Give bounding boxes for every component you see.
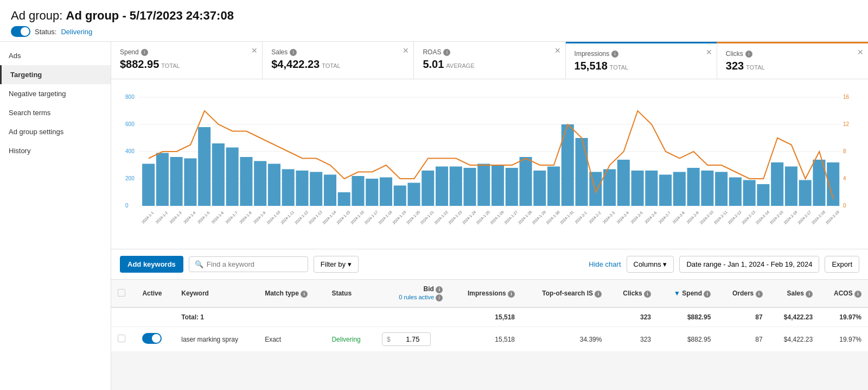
metric-spend-label: Spend i (120, 48, 253, 56)
chart-bar (156, 153, 169, 206)
row-checkbox[interactable] (118, 335, 125, 342)
sidebar-item-ad-group-settings[interactable]: Ad group settings (0, 122, 111, 141)
chart-x-label: 2024-1-6 (211, 211, 225, 224)
select-all-checkbox[interactable] (118, 289, 125, 297)
chart-bar (268, 164, 280, 206)
impressions-col-info-icon[interactable]: i (508, 291, 515, 298)
chart-x-label: 2024-2-4 (616, 211, 630, 224)
spend-info-icon[interactable]: i (141, 49, 148, 56)
roas-info-icon[interactable]: i (443, 49, 450, 56)
th-keyword: Keyword (175, 280, 258, 307)
td-spend: $882.95 (658, 327, 717, 352)
svg-text:12: 12 (843, 121, 850, 127)
bid-amount-input[interactable] (393, 335, 420, 343)
filter-by-button[interactable]: Filter by ▾ (314, 256, 359, 273)
table-header-row: Active Keyword Match type i Status Bid i… (111, 280, 868, 307)
metric-impressions-value: 15,518TOTAL (575, 60, 708, 72)
chart-x-label: 2024-1-1 (141, 211, 155, 224)
keyword-search-input[interactable] (207, 260, 302, 268)
metric-roas-label: ROAS i (423, 48, 556, 56)
impressions-info-icon[interactable]: i (611, 51, 618, 58)
columns-button[interactable]: Columns ▾ (627, 256, 674, 273)
td-total-active (136, 307, 175, 327)
acos-info-icon[interactable]: i (854, 291, 861, 298)
metric-spend-close[interactable]: ✕ (251, 46, 258, 55)
chart-bar (533, 171, 546, 206)
chart-bar (492, 165, 504, 206)
chart-bar (477, 164, 490, 206)
td-bid[interactable]: $ (375, 327, 449, 352)
toolbar: Add keywords 🔍 Filter by ▾ Hide chart Co… (111, 249, 868, 280)
keywords-table: Active Keyword Match type i Status Bid i… (111, 280, 868, 352)
sales-col-info-icon[interactable]: i (806, 291, 813, 298)
hide-chart-button[interactable]: Hide chart (589, 260, 621, 268)
td-checkbox (111, 327, 136, 352)
sidebar-item-ads[interactable]: Ads (0, 46, 111, 65)
chart-x-label: 2024-1-5 (197, 211, 210, 224)
td-total-keyword: Total: 1 (175, 307, 258, 327)
keyword-toggle[interactable] (142, 333, 162, 344)
sidebar-item-negative-targeting[interactable]: Negative targeting (0, 84, 111, 103)
chart-x-label: 2024-2-15 (769, 210, 784, 225)
metric-impressions-close[interactable]: ✕ (706, 48, 712, 56)
clicks-col-info-icon[interactable]: i (644, 291, 651, 298)
search-box[interactable]: 🔍 (189, 256, 308, 272)
metric-sales-close[interactable]: ✕ (403, 46, 409, 55)
chart-x-label: 2024-1-14 (322, 210, 337, 225)
chart-x-label: 2024-2-19 (825, 210, 840, 225)
top-search-info-icon[interactable]: i (595, 291, 602, 298)
td-top-search: 34.39% (521, 327, 608, 352)
chart-bar (296, 171, 308, 206)
status-value: Delivering (61, 28, 92, 36)
chart-x-label: 2024-1-4 (183, 211, 196, 224)
spend-col-info-icon[interactable]: i (704, 291, 711, 298)
rules-info-icon[interactable]: i (436, 294, 443, 301)
chart-x-label: 2024-1-28 (518, 210, 533, 225)
title-bold: Ad group - 5/17/2023 24:37:08 (66, 9, 234, 22)
chart-x-label: 2024-1-18 (378, 210, 393, 225)
clicks-info-icon[interactable]: i (745, 51, 752, 58)
chart-x-label: 2024-1-15 (336, 210, 351, 225)
orders-info-icon[interactable]: i (756, 291, 763, 298)
chart-bar (729, 178, 742, 206)
status-toggle[interactable] (11, 26, 30, 37)
metric-roas-close[interactable]: ✕ (554, 46, 561, 55)
bid-info-icon[interactable]: i (436, 286, 443, 293)
td-total-acos: 19.97% (819, 307, 868, 327)
td-active[interactable] (136, 327, 175, 352)
sidebar-item-history[interactable]: History (0, 141, 111, 160)
th-active: Active (136, 280, 175, 307)
chart-bar (394, 186, 406, 206)
add-keywords-button[interactable]: Add keywords (120, 256, 183, 273)
td-total-spend: $882.95 (658, 307, 717, 327)
metric-impressions-label: Impressions i (575, 50, 708, 58)
chart-bar (366, 179, 378, 206)
date-range-button[interactable]: Date range - Jan 1, 2024 - Feb 19, 2024 (679, 256, 819, 273)
sales-info-icon[interactable]: i (290, 49, 297, 56)
bid-input-container[interactable]: $ (382, 332, 431, 346)
chart-x-label: 2024-2-11 (713, 210, 728, 225)
chart-x-label: 2024-1-16 (350, 210, 365, 225)
match-type-info-icon[interactable]: i (301, 291, 308, 298)
chart-bar (673, 172, 686, 206)
chart-x-label: 2024-2-17 (797, 210, 812, 225)
chart-bar (324, 175, 336, 206)
td-acos: 19.97% (819, 327, 868, 352)
chart-x-label: 2024-2-1 (574, 211, 588, 224)
chart-x-label: 2024-1-22 (433, 210, 449, 225)
svg-text:16: 16 (843, 94, 850, 100)
td-total-clicks: 323 (608, 307, 658, 327)
table-total-row: Total: 1 15,518 323 $882.95 87 $4,422.23… (111, 307, 868, 327)
chart-x-label: 2024-1-21 (420, 210, 435, 225)
sidebar-item-search-terms[interactable]: Search terms (0, 103, 111, 122)
th-spend: ▼ Spend i (658, 280, 717, 307)
chart-bar (436, 167, 448, 206)
metric-roas: ✕ ROAS i 5.01AVERAGE (414, 42, 565, 79)
sidebar-item-targeting[interactable]: Targeting (0, 65, 111, 84)
export-button[interactable]: Export (825, 256, 859, 273)
chart-x-label: 2024-2-6 (644, 211, 658, 224)
chart-x-label: 2024-2-10 (699, 210, 714, 225)
svg-text:400: 400 (125, 148, 135, 154)
td-total-orders: 87 (717, 307, 769, 327)
metric-clicks-close[interactable]: ✕ (857, 48, 864, 56)
